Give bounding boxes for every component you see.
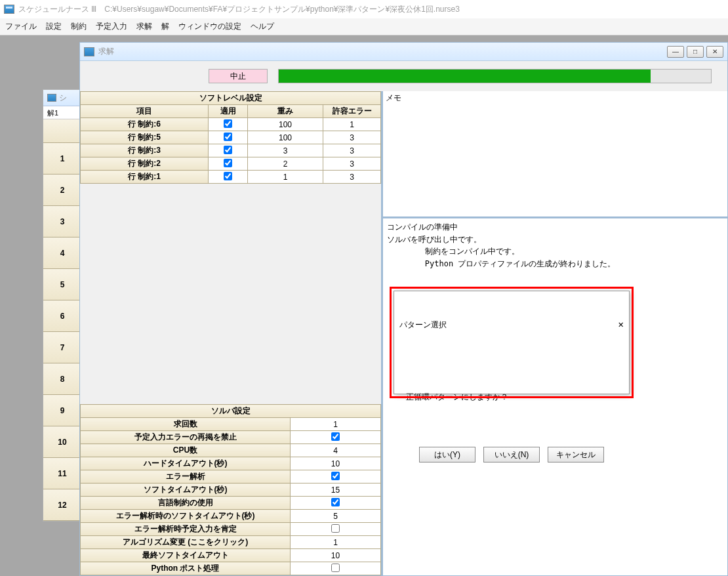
softlevel-weight[interactable]: 100 (248, 118, 323, 131)
row-header: 8 (43, 363, 81, 395)
app-icon (4, 5, 14, 14)
table-row: エラー解析時のソフトタイムアウト(秒)5 (81, 510, 381, 523)
solver-checkbox[interactable] (331, 498, 340, 506)
dialog-close-icon[interactable]: ✕ (618, 318, 624, 332)
softlevel-err[interactable]: 3 (323, 157, 381, 171)
solver-value[interactable] (291, 497, 381, 510)
softlevel-name[interactable]: 行 制約:6 (81, 118, 209, 131)
apply-checkbox[interactable] (224, 159, 232, 167)
softlevel-header-err: 許容エラー (323, 105, 381, 118)
menu-constraints[interactable]: 制約 (71, 21, 87, 32)
right-pane: メモ コンパイルの準備中 ソルバを呼び出し中です。 制約をコンパイル中です。 P… (383, 91, 727, 575)
solver-value[interactable] (291, 431, 381, 444)
table-row: CPU数4 (81, 444, 381, 457)
row-header: 12 (43, 489, 81, 521)
solver-name[interactable]: 求回数 (81, 418, 291, 431)
shift-window-titlebar: シ (43, 90, 81, 106)
dialog-yes-button[interactable]: はい(Y) (419, 447, 475, 463)
table-row: ソフトタイムアウト(秒)15 (81, 483, 381, 497)
solver-value[interactable]: 10 (291, 457, 381, 470)
table-row: 行 制約:113 (81, 171, 381, 184)
solver-value[interactable] (291, 470, 381, 483)
solver-checkbox[interactable] (331, 524, 340, 533)
dialog-cancel-button[interactable]: キャンセル (548, 447, 604, 463)
log-text: コンパイルの準備中 ソルバを呼び出し中です。 制約をコンパイル中です。 Pyth… (387, 221, 723, 270)
solver-name[interactable]: 最終ソフトタイムアウト (81, 549, 291, 562)
solver-name[interactable]: CPU数 (81, 444, 291, 457)
softlevel-header-apply: 適用 (209, 105, 248, 118)
row-header: 10 (43, 426, 81, 458)
apply-checkbox[interactable] (224, 146, 232, 154)
solver-value[interactable] (291, 523, 381, 536)
softlevel-weight[interactable]: 1 (248, 171, 323, 184)
tab-solution1[interactable]: 解1 (43, 106, 81, 119)
menu-window-settings[interactable]: ウィンドウの設定 (178, 21, 241, 32)
softlevel-header-weight: 重み (248, 105, 323, 118)
solver-value[interactable] (291, 562, 381, 575)
dialog-no-button[interactable]: いいえ(N) (483, 447, 540, 463)
softlevel-err[interactable]: 3 (323, 171, 381, 184)
solver-name[interactable]: エラー解析時予定入力を肯定 (81, 523, 291, 536)
solver-name[interactable]: ハードタイムアウト(秒) (81, 457, 291, 470)
menu-schedule-input[interactable]: 予定入力 (96, 21, 127, 32)
table-row: 最終ソフトタイムアウト10 (81, 549, 381, 562)
apply-checkbox[interactable] (224, 133, 232, 141)
solver-name[interactable]: ソフトタイムアウト(秒) (81, 483, 291, 497)
softlevel-name[interactable]: 行 制約:1 (81, 171, 209, 184)
softlevel-name[interactable]: 行 制約:3 (81, 144, 209, 157)
shift-window: シ 解1 123456789101112 (43, 89, 82, 522)
menu-help[interactable]: ヘルプ (251, 21, 274, 32)
menu-solution[interactable]: 解 (161, 21, 169, 32)
solver-value[interactable]: 5 (291, 510, 381, 523)
shift-window-title: シ (59, 93, 67, 104)
softlevel-apply[interactable] (209, 118, 248, 131)
softlevel-weight[interactable]: 3 (248, 144, 323, 157)
solver-value[interactable]: 15 (291, 483, 381, 497)
solver-name[interactable]: 言語制約の使用 (81, 497, 291, 510)
softlevel-apply[interactable] (209, 157, 248, 171)
softlevel-name[interactable]: 行 制約:2 (81, 157, 209, 171)
memo-panel[interactable]: メモ (383, 91, 727, 218)
softlevel-weight[interactable]: 100 (248, 131, 323, 144)
softlevel-weight[interactable]: 2 (248, 157, 323, 171)
grid-corner (43, 119, 81, 143)
solver-name[interactable]: 予定入力エラーの再掲を禁止 (81, 431, 291, 444)
solver-checkbox[interactable] (331, 472, 340, 480)
app-titlebar: スケジュールナース Ⅲ C:¥Users¥sugaw¥Documents¥FA¥… (0, 0, 728, 18)
softlevel-err[interactable]: 3 (323, 131, 381, 144)
stop-button[interactable]: 中止 (209, 69, 268, 83)
table-row: エラー解析時予定入力を肯定 (81, 523, 381, 536)
menu-settings[interactable]: 設定 (46, 21, 62, 32)
menu-solve[interactable]: 求解 (136, 21, 152, 32)
window-close-button[interactable]: ✕ (706, 46, 723, 58)
solve-toolbar: 中止 (80, 61, 727, 91)
solver-value[interactable]: 4 (291, 444, 381, 457)
apply-checkbox[interactable] (224, 172, 232, 180)
table-row: Python ポスト処理 (81, 562, 381, 575)
softlevel-apply[interactable] (209, 144, 248, 157)
solver-name[interactable]: Python ポスト処理 (81, 562, 291, 575)
softlevel-apply[interactable] (209, 171, 248, 184)
dialog-title: パターン選択 (399, 319, 447, 331)
row-header: 11 (43, 458, 81, 489)
menu-file[interactable]: ファイル (5, 21, 37, 32)
softlevel-title: ソフトレベル設定 (81, 92, 381, 105)
solver-name[interactable]: エラー解析 (81, 470, 291, 483)
window-icon (47, 94, 56, 102)
window-maximize-button[interactable]: □ (687, 46, 704, 58)
solver-checkbox[interactable] (331, 432, 340, 441)
softlevel-apply[interactable] (209, 131, 248, 144)
apply-checkbox[interactable] (224, 119, 232, 128)
solver-name[interactable]: アルゴリズム変更 (ここをクリック) (81, 536, 291, 549)
row-header: 3 (43, 206, 81, 237)
softlevel-err[interactable]: 3 (323, 144, 381, 157)
solver-value[interactable]: 1 (291, 536, 381, 549)
solver-checkbox[interactable] (331, 564, 340, 572)
softlevel-err[interactable]: 1 (323, 118, 381, 131)
solver-name[interactable]: エラー解析時のソフトタイムアウト(秒) (81, 510, 291, 523)
window-minimize-button[interactable]: — (667, 46, 684, 58)
softlevel-name[interactable]: 行 制約:5 (81, 131, 209, 144)
solver-value[interactable]: 1 (291, 418, 381, 431)
solver-title: ソルバ設定 (81, 405, 381, 418)
solver-value[interactable]: 10 (291, 549, 381, 562)
